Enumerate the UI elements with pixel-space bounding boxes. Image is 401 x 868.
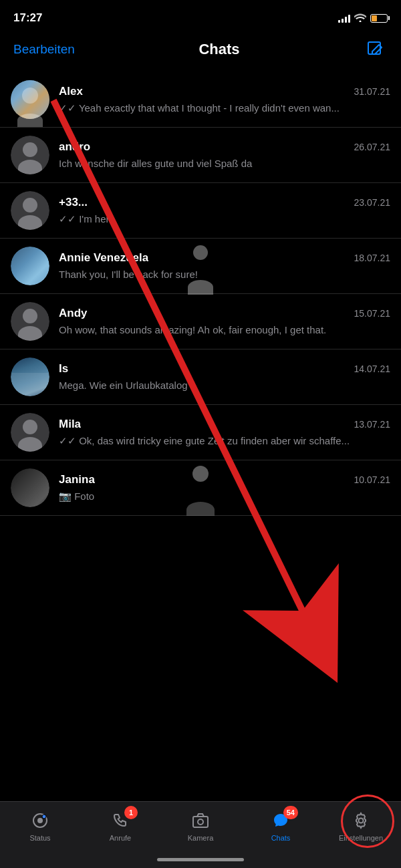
- chat-date: 18.07.21: [354, 253, 391, 263]
- chat-content: Janina 10.07.21 📷 Foto: [59, 473, 390, 503]
- signal-bars-icon: [338, 13, 350, 23]
- avatar: [11, 247, 49, 285]
- chat-preview: Mega. Wie ein Urlaubkatalog: [59, 378, 390, 392]
- status-icon: [29, 810, 51, 831]
- tab-kamera[interactable]: Kamera: [160, 810, 241, 842]
- chats-icon: 54: [270, 810, 291, 831]
- avatar: [11, 136, 49, 174]
- battery-fill: [372, 15, 377, 21]
- nav-bar: Bearbeiten Chats: [0, 32, 401, 72]
- tab-status[interactable]: Status: [0, 810, 80, 842]
- avatar: [11, 80, 49, 119]
- svg-rect-0: [368, 42, 380, 54]
- chat-content: Andy 15.07.21 Oh wow, that sounds amazin…: [59, 307, 390, 337]
- tab-label-anrufe: Anrufe: [110, 834, 131, 842]
- chat-content: Mila 13.07.21 ✓✓ Ok, das wird tricky ein…: [59, 418, 390, 448]
- avatar: [11, 413, 49, 452]
- page-title: Chats: [198, 41, 239, 58]
- chat-name: Alex: [59, 85, 83, 98]
- chat-date: 31.07.21: [354, 86, 391, 97]
- chat-preview: Ich wünsche dir alles gute und viel Spaß…: [59, 156, 390, 170]
- list-item[interactable]: +33... 23.07.21 ✓✓ I'm here: [0, 183, 401, 239]
- svg-rect-6: [193, 817, 208, 827]
- chat-preview: ✓✓ Ok, das wird tricky eine gute Zeit zu…: [59, 434, 390, 448]
- chat-preview: ✓✓ Yeah exactly that what I thought - I …: [59, 101, 390, 115]
- chat-date: 26.07.21: [354, 142, 391, 152]
- list-item[interactable]: Mila 13.07.21 ✓✓ Ok, das wird tricky ein…: [0, 405, 401, 460]
- chat-name: Janina: [59, 473, 95, 486]
- svg-point-5: [42, 815, 46, 819]
- status-icons: [338, 13, 388, 24]
- chat-name: Mila: [59, 418, 81, 431]
- tab-anrufe[interactable]: 1 Anrufe: [80, 810, 160, 842]
- home-indicator: [157, 858, 244, 861]
- tab-label-einstellungen: Einstellungen: [339, 834, 383, 842]
- list-item[interactable]: Annie Venezuela 18.07.21 Thank you, I'll…: [0, 239, 401, 294]
- avatar: [11, 357, 49, 396]
- chat-content: Annie Venezuela 18.07.21 Thank you, I'll…: [59, 251, 390, 281]
- avatar: [11, 468, 49, 507]
- phone-icon: 1: [110, 810, 131, 831]
- chat-content: Is 14.07.21 Mega. Wie ein Urlaubkatalog: [59, 362, 390, 392]
- wifi-icon: [354, 13, 366, 24]
- settings-icon: [350, 810, 372, 831]
- avatar: [11, 302, 49, 341]
- signal-bar-2: [342, 19, 344, 23]
- svg-point-4: [37, 818, 43, 823]
- tab-badge-anrufe: 1: [124, 806, 138, 819]
- list-item[interactable]: Alex 31.07.21 ✓✓ Yeah exactly that what …: [0, 72, 401, 128]
- battery-icon: [370, 14, 388, 23]
- chat-name: andro: [59, 140, 90, 154]
- chat-preview: 📷 Foto: [59, 489, 390, 503]
- signal-bar-3: [345, 17, 347, 23]
- chat-content: Alex 31.07.21 ✓✓ Yeah exactly that what …: [59, 85, 390, 115]
- edit-button[interactable]: Bearbeiten: [13, 42, 75, 57]
- chat-preview: ✓✓ I'm here: [59, 212, 390, 226]
- chat-content: andro 26.07.21 Ich wünsche dir alles gut…: [59, 140, 390, 170]
- chat-content: +33... 23.07.21 ✓✓ I'm here: [59, 196, 390, 226]
- status-bar: 17:27: [0, 0, 401, 32]
- chat-name: +33...: [59, 196, 88, 209]
- status-time: 17:27: [13, 11, 42, 25]
- tab-einstellungen[interactable]: Einstellungen: [321, 810, 401, 842]
- chat-date: 14.07.21: [354, 364, 391, 374]
- chat-list: Alex 31.07.21 ✓✓ Yeah exactly that what …: [0, 72, 401, 516]
- avatar: [11, 191, 49, 230]
- camera-icon: [190, 810, 211, 831]
- chat-name: Is: [59, 362, 68, 376]
- chat-preview: Oh wow, that sounds amazing! Ah ok, fair…: [59, 323, 390, 337]
- chat-date: 23.07.21: [354, 197, 391, 208]
- list-item[interactable]: Andy 15.07.21 Oh wow, that sounds amazin…: [0, 294, 401, 349]
- signal-bar-4: [348, 15, 350, 23]
- chat-preview: Thank you, I'll be back for sure!: [59, 267, 390, 281]
- tab-label-chats: Chats: [271, 834, 291, 842]
- chat-name: Annie Venezuela: [59, 251, 148, 265]
- chat-name: Andy: [59, 307, 88, 320]
- chat-date: 10.07.21: [354, 474, 391, 485]
- signal-bar-1: [338, 20, 340, 23]
- list-item[interactable]: Is 14.07.21 Mega. Wie ein Urlaubkatalog: [0, 349, 401, 405]
- chat-date: 15.07.21: [354, 308, 391, 319]
- tab-label-status: Status: [29, 834, 50, 842]
- svg-point-8: [359, 819, 364, 823]
- compose-button[interactable]: [364, 37, 388, 61]
- chat-date: 13.07.21: [354, 419, 391, 430]
- svg-point-7: [198, 819, 203, 825]
- tab-badge-chats: 54: [283, 806, 298, 819]
- list-item[interactable]: Janina 10.07.21 📷 Foto: [0, 460, 401, 516]
- list-item[interactable]: andro 26.07.21 Ich wünsche dir alles gut…: [0, 128, 401, 183]
- tab-label-kamera: Kamera: [188, 834, 214, 842]
- tab-chats[interactable]: 54 Chats: [241, 810, 321, 842]
